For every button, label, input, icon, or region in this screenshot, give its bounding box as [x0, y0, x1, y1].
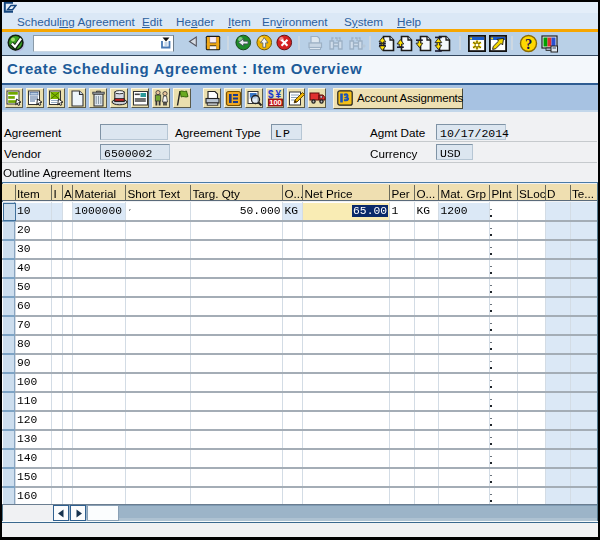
svg-text:?: ? [525, 36, 532, 52]
svg-text:100: 100 [269, 98, 282, 107]
